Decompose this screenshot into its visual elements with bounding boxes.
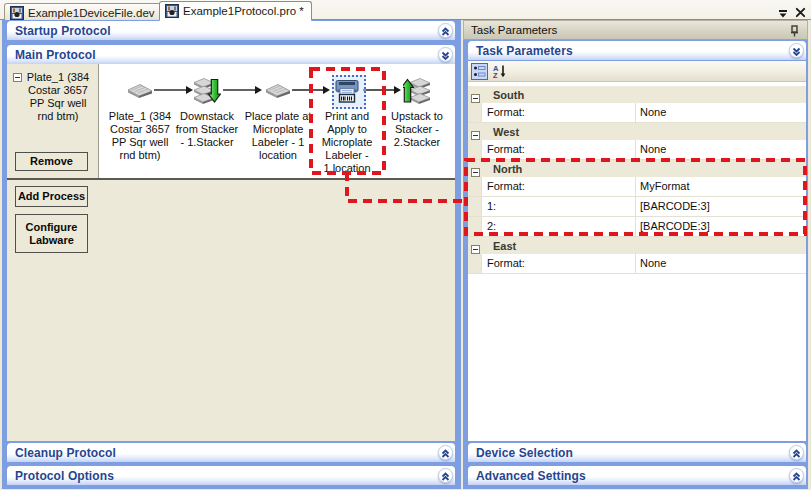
add-process-button[interactable]: Add Process bbox=[15, 186, 88, 207]
property-group-name: South bbox=[493, 89, 524, 101]
startup-protocol-title: Startup Protocol bbox=[7, 24, 111, 38]
window-menu-icon[interactable] bbox=[777, 5, 789, 15]
property-value[interactable]: None bbox=[640, 257, 666, 269]
property-label: Format: bbox=[487, 257, 525, 269]
property-label: Format: bbox=[487, 143, 525, 155]
main-protocol-section-bar[interactable]: Main Protocol bbox=[7, 45, 455, 64]
device-selection-title: Device Selection bbox=[468, 446, 573, 460]
collapse-up-icon[interactable] bbox=[438, 468, 453, 483]
collapse-up-icon[interactable] bbox=[789, 468, 804, 483]
labeler-printer-icon bbox=[335, 78, 360, 107]
property-value[interactable]: None bbox=[640, 106, 666, 118]
collapse-up-icon[interactable] bbox=[438, 445, 453, 460]
tab-device-file[interactable]: Example1DeviceFile.dev bbox=[4, 3, 163, 21]
property-row[interactable]: Format:None bbox=[468, 254, 806, 274]
property-group-name: North bbox=[493, 163, 522, 175]
row-gutter bbox=[468, 177, 482, 196]
advanced-settings-title: Advanced Settings bbox=[468, 469, 586, 483]
collapse-down-icon[interactable] bbox=[789, 43, 804, 58]
property-row[interactable]: 1:[BARCODE:3] bbox=[468, 197, 806, 217]
remove-button[interactable]: Remove bbox=[15, 152, 88, 171]
property-row[interactable]: Format:None bbox=[468, 103, 806, 123]
property-group-east[interactable]: East bbox=[468, 237, 806, 254]
tab-protocol-file-label: Example1Protocol.pro * bbox=[183, 5, 304, 17]
property-group-north[interactable]: North bbox=[468, 160, 806, 177]
flow-task-label: Print andApply toMicroplateLabeler -1.lo… bbox=[307, 110, 387, 175]
column-separator bbox=[635, 197, 636, 216]
cleanup-protocol-title: Cleanup Protocol bbox=[7, 446, 116, 460]
property-label: Format: bbox=[487, 106, 525, 118]
protocol-options-title: Protocol Options bbox=[7, 469, 114, 483]
property-value[interactable]: None bbox=[640, 143, 666, 155]
property-group-name: West bbox=[493, 126, 519, 138]
collapse-group-toggle[interactable] bbox=[471, 168, 480, 177]
flow-task-label: Place plate atMicroplateLabeler - 1locat… bbox=[238, 110, 318, 162]
column-separator bbox=[635, 140, 636, 159]
property-label: 2: bbox=[487, 220, 496, 232]
row-gutter bbox=[468, 103, 482, 122]
task-parameters-section-bar[interactable]: Task Parameters bbox=[468, 41, 806, 60]
property-grid: SouthFormat:NoneWestFormat:NoneNorthForm… bbox=[468, 82, 806, 441]
row-gutter bbox=[468, 217, 482, 236]
main-protocol-title: Main Protocol bbox=[7, 48, 96, 62]
tab-protocol-file[interactable]: Example1Protocol.pro * bbox=[159, 1, 312, 21]
plate-sidebar: Plate_1 (384Costar 3657PP Sqr wellrnd bt… bbox=[7, 64, 98, 178]
task-parameters-title: Task Parameters bbox=[468, 44, 573, 58]
row-gutter bbox=[468, 197, 482, 216]
protocol-flow-area: Plate_1 (384Costar 3657PP Sqr wellrnd bt… bbox=[98, 64, 455, 178]
property-group-west[interactable]: West bbox=[468, 123, 806, 140]
flow-task-3[interactable]: Place plate atMicroplateLabeler - 1locat… bbox=[238, 64, 318, 178]
flow-task-label: Downstackfrom Stacker- 1.Stacker bbox=[167, 110, 247, 149]
pin-icon[interactable] bbox=[790, 25, 799, 39]
flow-task-4[interactable]: Print andApply toMicroplateLabeler -1.lo… bbox=[307, 64, 387, 178]
property-value[interactable]: [BARCODE:3] bbox=[640, 200, 710, 212]
collapse-down-icon[interactable] bbox=[438, 47, 453, 62]
task-parameters-pane-title: Task Parameters bbox=[471, 24, 557, 36]
startup-protocol-section-bar[interactable]: Startup Protocol bbox=[7, 21, 455, 40]
property-row[interactable]: Format:None bbox=[468, 140, 806, 160]
device-selection-section-bar[interactable]: Device Selection bbox=[468, 443, 806, 462]
close-icon[interactable] bbox=[795, 4, 806, 15]
flow-task-2[interactable]: Downstackfrom Stacker- 1.Stacker bbox=[167, 64, 247, 178]
downstack-icon bbox=[193, 77, 221, 108]
alphabetical-sort-icon[interactable]: A Z bbox=[491, 63, 508, 80]
flow-task-label: Upstack toStacker -2.Stacker bbox=[377, 110, 457, 149]
protocol-file-icon bbox=[165, 4, 179, 18]
upstack-icon bbox=[403, 77, 431, 108]
property-value[interactable]: [BARCODE:3] bbox=[640, 220, 710, 232]
plate-icon bbox=[127, 83, 153, 102]
tab-device-file-label: Example1DeviceFile.dev bbox=[28, 7, 155, 19]
column-separator bbox=[635, 103, 636, 122]
flow-task-5[interactable]: Upstack toStacker -2.Stacker bbox=[377, 64, 457, 178]
column-separator bbox=[635, 177, 636, 196]
property-row[interactable]: Format:MyFormat bbox=[468, 177, 806, 197]
row-gutter bbox=[468, 140, 482, 159]
collapse-up-icon[interactable] bbox=[438, 23, 453, 38]
task-parameters-panel: Task Parameters A Z SouthFormat:NoneWest… bbox=[463, 40, 808, 489]
property-label: Format: bbox=[487, 180, 525, 192]
property-value[interactable]: MyFormat bbox=[640, 180, 690, 192]
plate-icon bbox=[265, 83, 291, 102]
collapse-group-toggle[interactable] bbox=[471, 245, 480, 254]
column-separator bbox=[635, 254, 636, 273]
column-separator bbox=[635, 217, 636, 236]
advanced-settings-section-bar[interactable]: Advanced Settings bbox=[468, 466, 806, 485]
protocol-options-section-bar[interactable]: Protocol Options bbox=[7, 466, 455, 485]
property-row[interactable]: 2:[BARCODE:3] bbox=[468, 217, 806, 237]
cleanup-protocol-section-bar[interactable]: Cleanup Protocol bbox=[7, 443, 455, 462]
row-gutter bbox=[468, 254, 482, 273]
task-parameters-pane-titlebar: Task Parameters bbox=[463, 20, 808, 40]
categorized-icon[interactable] bbox=[471, 63, 488, 80]
collapse-group-toggle[interactable] bbox=[471, 131, 480, 140]
collapse-group-toggle[interactable] bbox=[471, 94, 480, 103]
svg-text:Z: Z bbox=[493, 71, 498, 79]
document-tab-strip: Example1DeviceFile.dev Example1Protocol.… bbox=[0, 0, 811, 20]
protocol-editor-panel: Startup Protocol Main Protocol Plate_1 (… bbox=[2, 20, 461, 489]
collapse-up-icon[interactable] bbox=[789, 445, 804, 460]
property-grid-toolbar: A Z bbox=[468, 61, 806, 82]
device-file-icon bbox=[10, 6, 24, 20]
property-group-south[interactable]: South bbox=[468, 86, 806, 103]
plate-label: Plate_1 (384Costar 3657PP Sqr wellrnd bt… bbox=[20, 71, 96, 123]
property-label: 1: bbox=[487, 200, 496, 212]
configure-labware-button[interactable]: ConfigureLabware bbox=[15, 214, 88, 253]
